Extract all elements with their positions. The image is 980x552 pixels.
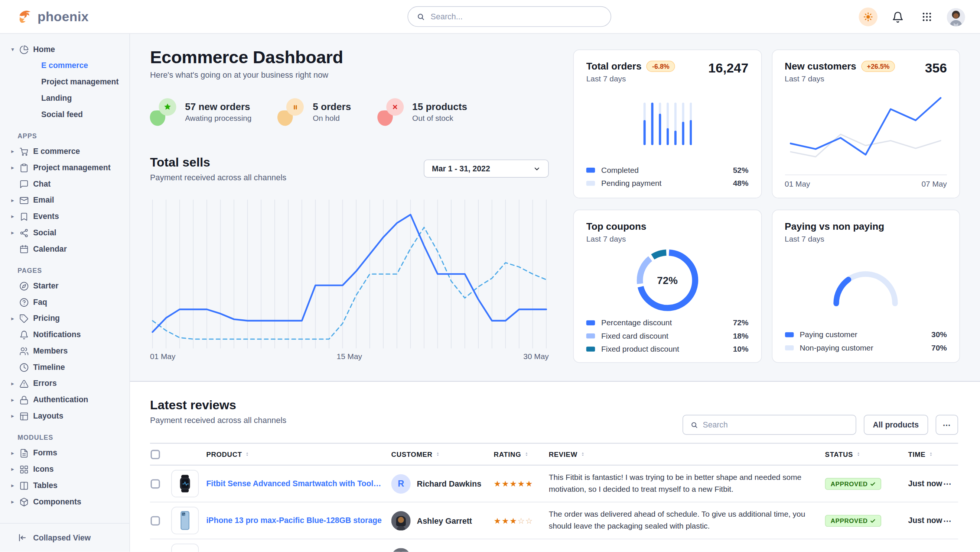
grid-icon: [19, 465, 33, 474]
sidebar-item-faq[interactable]: Faq: [0, 294, 129, 310]
sidebar-item-forms[interactable]: ▸Forms: [0, 445, 129, 461]
review-time: Just now: [908, 479, 943, 488]
column-header-status[interactable]: STATUS: [825, 450, 908, 458]
sidebar-item-home[interactable]: ▾Home: [0, 41, 129, 57]
row-checkbox[interactable]: [151, 479, 160, 488]
sidebar-item-pricing[interactable]: ▸Pricing: [0, 310, 129, 327]
sidebar-subitem-landing[interactable]: Landing: [0, 90, 129, 106]
change-badge: -6.8%: [646, 61, 675, 72]
compass-icon: [19, 281, 33, 291]
legend-item-paying-customer: Paying customer30%: [785, 329, 947, 340]
coupons-donut-chart: 72%: [630, 244, 705, 317]
phoenix-logo-icon: [16, 8, 33, 25]
all-products-button[interactable]: All products: [863, 415, 928, 435]
user-avatar[interactable]: [947, 8, 965, 26]
orders-legend: Completed52%Pending payment48%: [586, 165, 749, 188]
review-table-row: Fitbit Sense Advanced Smartwatch with To…: [150, 465, 958, 502]
reviews-search-input[interactable]: [703, 420, 848, 429]
caret-right-icon: ▸: [11, 213, 19, 220]
top-coupons-card: Top coupons Last 7 days 72%: [573, 210, 761, 363]
sidebar-item-layouts[interactable]: ▸Layouts: [0, 408, 129, 424]
legend-item-non-paying-customer: Non-paying customer70%: [785, 342, 947, 353]
page-subtitle: Here's what's going on at your business …: [150, 70, 549, 80]
caret-down-icon: ▾: [11, 46, 19, 53]
columns-icon: [19, 481, 33, 490]
review-table-row: iPhone 13 pro max-Pacific Blue-128GB sto…: [150, 502, 958, 539]
sort-icon: [856, 450, 861, 458]
nav-section-label-modules: MODULES: [18, 434, 129, 441]
calendar-icon: [19, 244, 33, 254]
reviews-more-button[interactable]: ⋯: [936, 415, 958, 435]
apps-menu-button[interactable]: [918, 8, 936, 26]
sort-icon: [244, 450, 250, 458]
column-header-time[interactable]: TIME: [908, 450, 943, 458]
legend-swatch: [586, 181, 595, 185]
notifications-button[interactable]: [888, 8, 907, 26]
new-customers-line-chart: [789, 89, 942, 168]
sidebar-item-icons[interactable]: ▸Icons: [0, 461, 129, 477]
column-header-customer[interactable]: CUSTOMER: [391, 450, 494, 458]
sidebar-item-label: Starter: [33, 281, 58, 290]
chat-icon: [19, 179, 33, 188]
customer-cell: RRichard Dawkins: [391, 474, 494, 493]
card-title: Total orders: [586, 61, 642, 72]
sidebar-subitem-e-commerce[interactable]: E commerce: [0, 57, 129, 74]
sidebar-item-calendar[interactable]: Calendar: [0, 241, 129, 257]
reviews-table-header: PRODUCT CUSTOMER RATING REVIEW STATUS TI…: [150, 443, 958, 466]
theme-toggle-button[interactable]: [859, 8, 877, 26]
sidebar-item-errors[interactable]: ▸Errors: [0, 375, 129, 392]
sidebar-item-label: Home: [33, 45, 55, 54]
sidebar-item-social[interactable]: ▸Social: [0, 225, 129, 241]
row-checkbox[interactable]: [151, 516, 160, 525]
total-orders-card: Total orders -6.8% Last 7 days 16,247: [573, 49, 761, 198]
row-actions-button[interactable]: ⋯: [943, 516, 952, 526]
quick-stats: 57 new orders Awating processing: [150, 98, 549, 126]
sidebar-item-label: Chat: [33, 180, 51, 188]
global-search: [407, 6, 611, 27]
sidebar-item-timeline[interactable]: Timeline: [0, 359, 129, 375]
sidebar-item-members[interactable]: Members: [0, 343, 129, 359]
chevron-down-icon: [533, 165, 541, 172]
check-icon: [870, 518, 876, 524]
column-header-rating[interactable]: RATING: [494, 450, 549, 458]
product-link[interactable]: iPhone 13 pro max-Pacific Blue-128GB sto…: [206, 516, 391, 525]
sidebar-item-email[interactable]: ▸Email: [0, 192, 129, 209]
brand-logo[interactable]: phoenix: [0, 8, 89, 25]
column-header-review[interactable]: REVIEW: [549, 450, 825, 458]
select-all-checkbox[interactable]: [151, 450, 160, 459]
date-range-select[interactable]: Mar 1 - 31, 2022: [424, 160, 549, 178]
caret-right-icon: ▸: [11, 315, 19, 322]
sidebar-subitem-social-feed[interactable]: Social feed: [0, 106, 129, 123]
sidebar-item-components[interactable]: ▸Components: [0, 494, 129, 510]
sidebar-item-authentication[interactable]: ▸Authentication: [0, 392, 129, 408]
grid-dots-icon: [921, 11, 932, 22]
card-value: 16,247: [708, 61, 748, 75]
sidebar-item-e-commerce[interactable]: ▸E commerce: [0, 143, 129, 160]
clipboard-icon: [19, 163, 33, 172]
sidebar-item-starter[interactable]: Starter: [0, 278, 129, 294]
search-icon: [690, 421, 698, 429]
sidebar-item-chat[interactable]: Chat: [0, 176, 129, 192]
legend-value: 18%: [733, 331, 749, 340]
on-hold-pause-icon: [278, 98, 304, 126]
product-thumbnail: [171, 507, 199, 534]
sidebar-item-label: Layouts: [33, 412, 63, 420]
card-value: 356: [925, 61, 947, 75]
new-customers-x-labels: 01 May 07 May: [785, 175, 947, 188]
sidebar-item-tables[interactable]: ▸Tables: [0, 477, 129, 494]
global-search-input[interactable]: [431, 12, 602, 21]
file-icon: [19, 448, 33, 458]
product-image-iphone: [175, 510, 196, 531]
collapse-sidebar-button[interactable]: Collapsed View: [0, 523, 129, 552]
stat-orders-on-hold: 5 orders On hold: [278, 98, 351, 126]
product-link[interactable]: Fitbit Sense Advanced Smartwatch with To…: [206, 479, 391, 488]
bell-icon: [19, 330, 33, 339]
sidebar-subitem-project-management[interactable]: Project management: [0, 74, 129, 90]
sidebar-item-events[interactable]: ▸Events: [0, 208, 129, 225]
sidebar-item-label: Forms: [33, 449, 57, 458]
legend-item-fixed-product-discount: Fixed product discount10%: [586, 343, 749, 354]
column-header-product[interactable]: PRODUCT: [206, 450, 391, 458]
sidebar-item-notifications[interactable]: Notifications: [0, 327, 129, 343]
sidebar-item-project-management[interactable]: ▸Project management: [0, 160, 129, 176]
row-actions-button[interactable]: ⋯: [943, 479, 952, 488]
